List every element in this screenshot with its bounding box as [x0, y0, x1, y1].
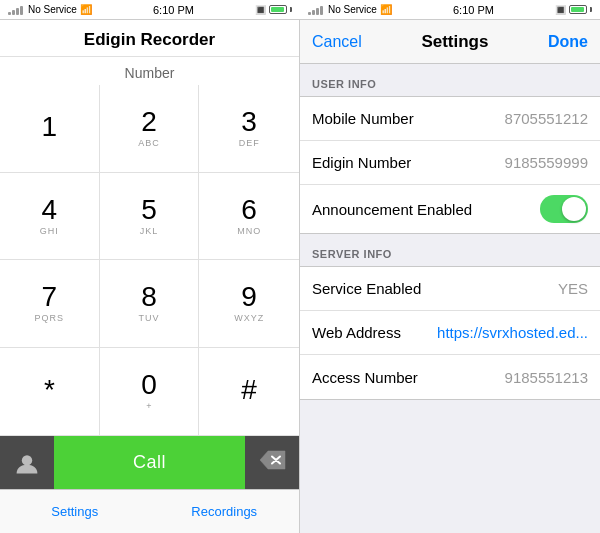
toggle-knob [562, 197, 586, 221]
service-enabled-label: Service Enabled [312, 280, 421, 297]
service-enabled-value: YES [558, 280, 588, 297]
battery-right [569, 5, 587, 14]
left-time: 6:10 PM [153, 4, 194, 16]
user-info-header: USER INFO [300, 64, 600, 96]
server-info-header: SERVER INFO [300, 234, 600, 266]
key-7[interactable]: 7 PQRS [0, 260, 100, 348]
dialer-title: Edigin Recorder [0, 20, 299, 57]
key-2[interactable]: 2 ABC [100, 85, 200, 173]
right-time: 6:10 PM [453, 4, 494, 16]
battery-tip-left [290, 7, 292, 12]
announcement-label: Announcement Enabled [312, 201, 472, 218]
dialer-panel: Edigin Recorder Number 1 2 ABC 3 DEF 4 G… [0, 20, 300, 533]
dial-grid: 1 2 ABC 3 DEF 4 GHI 5 JKL 6 MNO [0, 85, 299, 435]
key-6[interactable]: 6 MNO [199, 173, 299, 261]
delete-button[interactable] [245, 436, 299, 489]
settings-tab[interactable]: Settings [0, 490, 150, 533]
left-carrier-info: No Service 📶 [8, 4, 92, 15]
left-carrier-label: No Service [28, 4, 77, 15]
server-info-group: Service Enabled YES Web Address https://… [300, 266, 600, 400]
left-status: No Service 📶 6:10 PM 🔳 [0, 0, 300, 20]
key-4[interactable]: 4 GHI [0, 173, 100, 261]
right-status: No Service 📶 6:10 PM 🔳 [300, 0, 600, 20]
right-carrier-info: No Service 📶 [308, 4, 392, 15]
settings-spacer [300, 400, 600, 420]
right-carrier-label: No Service [328, 4, 377, 15]
announcement-toggle[interactable] [540, 195, 588, 223]
bluetooth-icon-right: 🔳 [555, 5, 566, 15]
announcement-row: Announcement Enabled [300, 185, 600, 233]
dialer-bottom-bar: Call [0, 435, 299, 489]
backspace-icon [258, 450, 286, 475]
mobile-number-label: Mobile Number [312, 110, 414, 127]
key-star[interactable]: * [0, 348, 100, 436]
access-number-label: Access Number [312, 369, 418, 386]
web-address-row: Web Address https://svrxhosted.ed... [300, 311, 600, 355]
svg-point-0 [22, 455, 32, 465]
done-button[interactable]: Done [548, 33, 588, 51]
key-0[interactable]: 0 + [100, 348, 200, 436]
settings-title: Settings [421, 32, 488, 52]
contact-button[interactable] [0, 436, 54, 489]
edigin-number-label: Edigin Number [312, 154, 411, 171]
battery-left [269, 5, 287, 14]
key-9[interactable]: 9 WXYZ [199, 260, 299, 348]
mobile-number-row: Mobile Number 8705551212 [300, 97, 600, 141]
settings-body: USER INFO Mobile Number 8705551212 Edigi… [300, 64, 600, 533]
user-info-group: Mobile Number 8705551212 Edigin Number 9… [300, 96, 600, 234]
status-bar: No Service 📶 6:10 PM 🔳 No Service 📶 6:10… [0, 0, 600, 20]
recordings-tab[interactable]: Recordings [150, 490, 300, 533]
contact-icon [14, 450, 40, 476]
left-tab-bar: Settings Recordings [0, 489, 299, 533]
right-battery-area: 🔳 [555, 5, 592, 15]
access-number-value: 9185551213 [505, 369, 588, 386]
edigin-number-row: Edigin Number 9185559999 [300, 141, 600, 185]
edigin-number-value: 9185559999 [505, 154, 588, 171]
battery-tip-right [590, 7, 592, 12]
number-display: Number [0, 57, 299, 85]
left-battery-area: 🔳 [255, 5, 292, 15]
web-address-label: Web Address [312, 324, 401, 341]
key-1[interactable]: 1 [0, 85, 100, 173]
bluetooth-icon-left: 🔳 [255, 5, 266, 15]
key-3[interactable]: 3 DEF [199, 85, 299, 173]
settings-header: Cancel Settings Done [300, 20, 600, 64]
key-5[interactable]: 5 JKL [100, 173, 200, 261]
key-hash[interactable]: # [199, 348, 299, 436]
signal-bars-right [308, 5, 323, 15]
access-number-row: Access Number 9185551213 [300, 355, 600, 399]
mobile-number-value: 8705551212 [505, 110, 588, 127]
settings-panel: Cancel Settings Done USER INFO Mobile Nu… [300, 20, 600, 533]
web-address-value[interactable]: https://svrxhosted.ed... [437, 324, 588, 341]
wifi-icon-right: 📶 [380, 4, 392, 15]
service-enabled-row: Service Enabled YES [300, 267, 600, 311]
signal-bars-left [8, 5, 23, 15]
wifi-icon-left: 📶 [80, 4, 92, 15]
cancel-button[interactable]: Cancel [312, 33, 362, 51]
call-button[interactable]: Call [54, 436, 245, 489]
key-8[interactable]: 8 TUV [100, 260, 200, 348]
main-split: Edigin Recorder Number 1 2 ABC 3 DEF 4 G… [0, 20, 600, 533]
